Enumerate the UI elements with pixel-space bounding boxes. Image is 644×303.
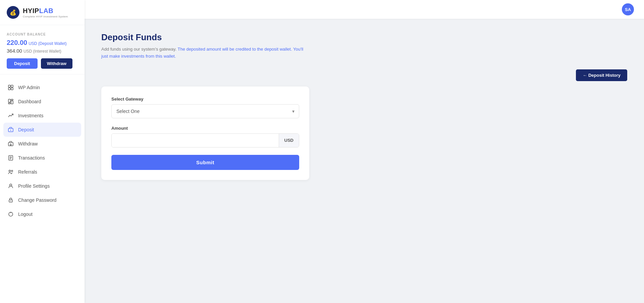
svg-rect-7: [11, 99, 13, 100]
svg-rect-5: [11, 101, 13, 104]
sidebar-item-deposit[interactable]: Deposit: [3, 123, 81, 137]
topbar: SA: [85, 0, 644, 19]
user-avatar[interactable]: SA: [622, 3, 634, 15]
gateway-form-group: Select Gateway Select One ▾: [111, 97, 299, 118]
action-buttons: Deposit Withdraw: [7, 58, 78, 69]
svg-point-21: [10, 201, 11, 201]
deposit-card: Select Gateway Select One ▾ Amount USD S…: [101, 86, 309, 180]
sidebar-label-dashboard: Dashboard: [18, 99, 41, 104]
referrals-icon: [7, 169, 14, 175]
sidebar-label-investments: Investments: [18, 113, 43, 118]
investments-icon: [7, 112, 14, 119]
wp-admin-icon: [7, 84, 14, 91]
svg-point-17: [9, 170, 11, 172]
logo-subtitle: Complete HYIP Investment System: [23, 15, 68, 18]
gateway-select-wrapper: Select One ▾: [111, 104, 299, 118]
sidebar-label-change-password: Change Password: [18, 197, 56, 203]
interest-wallet-label: USD (Interest Wallet): [23, 49, 61, 54]
withdraw-icon: [7, 140, 14, 147]
svg-rect-4: [8, 99, 10, 102]
nav-section: WP Admin Dashboard Investments Deposit W…: [0, 74, 85, 303]
amount-input[interactable]: [112, 134, 279, 147]
gateway-select[interactable]: Select One: [111, 104, 299, 118]
sidebar-label-withdraw: Withdraw: [18, 141, 38, 146]
logo-text-block: HYIPLAB Complete HYIP Investment System: [23, 7, 68, 18]
page-description-normal: Add funds using our system's gateway.: [101, 47, 177, 52]
sidebar-label-wp-admin: WP Admin: [18, 85, 40, 90]
interest-balance-row: 364.00 USD (Interest Wallet): [7, 48, 78, 54]
deposit-history-area: ← Deposit History: [101, 69, 627, 81]
svg-rect-1: [11, 85, 13, 87]
sidebar-item-referrals[interactable]: Referrals: [0, 165, 85, 179]
logo-text: HYIPLAB: [23, 7, 68, 15]
sidebar-label-transactions: Transactions: [18, 155, 45, 161]
svg-rect-2: [8, 88, 10, 90]
svg-rect-0: [8, 85, 10, 87]
change-password-icon: [7, 197, 14, 203]
logo-part1: HYIP: [23, 7, 39, 14]
logo-part2: LAB: [39, 7, 54, 14]
logout-icon: [7, 211, 14, 218]
content-area: Deposit Funds Add funds using our system…: [85, 19, 644, 303]
main-content: SA Deposit Funds Add funds using our sys…: [85, 0, 644, 303]
svg-rect-3: [11, 88, 13, 90]
deposit-history-button[interactable]: ← Deposit History: [576, 69, 627, 81]
sidebar-item-change-password[interactable]: Change Password: [0, 193, 85, 207]
account-section: ACCOUNT BALANCE 220.00 USD (Deposit Wall…: [0, 25, 85, 74]
sidebar-item-wp-admin[interactable]: WP Admin: [0, 80, 85, 95]
transactions-icon: [7, 155, 14, 161]
sidebar-label-logout: Logout: [18, 211, 33, 217]
amount-form-group: Amount USD: [111, 126, 299, 147]
submit-button[interactable]: Submit: [111, 155, 299, 170]
currency-label: USD: [279, 134, 299, 147]
deposit-button[interactable]: Deposit: [7, 58, 38, 69]
amount-wrapper: USD: [111, 133, 299, 147]
sidebar-item-investments[interactable]: Investments: [0, 109, 85, 123]
svg-point-19: [10, 184, 12, 186]
sidebar-item-profile-settings[interactable]: Profile Settings: [0, 179, 85, 193]
withdraw-button[interactable]: Withdraw: [41, 58, 72, 69]
logo-area: 💰 HYIPLAB Complete HYIP Investment Syste…: [0, 0, 85, 25]
sidebar-label-profile-settings: Profile Settings: [18, 183, 50, 189]
svg-point-10: [10, 130, 11, 131]
page-description: Add funds using our system's gateway. Th…: [101, 46, 309, 60]
sidebar-item-dashboard[interactable]: Dashboard: [0, 95, 85, 109]
sidebar: 💰 HYIPLAB Complete HYIP Investment Syste…: [0, 0, 85, 303]
dashboard-icon: [7, 98, 14, 105]
page-title: Deposit Funds: [101, 32, 627, 43]
deposit-icon: [7, 126, 14, 133]
gateway-label: Select Gateway: [111, 97, 299, 102]
svg-rect-6: [8, 103, 10, 104]
interest-balance-value: 364.00: [7, 48, 22, 54]
deposit-balance-row: 220.00 USD (Deposit Wallet): [7, 39, 78, 47]
sidebar-label-deposit: Deposit: [18, 127, 34, 132]
logo-icon: 💰: [7, 6, 19, 19]
sidebar-label-referrals: Referrals: [18, 169, 37, 175]
deposit-balance-value: 220.00: [7, 39, 27, 47]
svg-point-18: [11, 170, 13, 172]
sidebar-item-logout[interactable]: Logout: [0, 207, 85, 221]
amount-label: Amount: [111, 126, 299, 131]
sidebar-item-transactions[interactable]: Transactions: [0, 151, 85, 165]
deposit-wallet-label: USD (Deposit Wallet): [29, 41, 67, 46]
account-balance-label: ACCOUNT BALANCE: [7, 33, 78, 36]
sidebar-item-withdraw[interactable]: Withdraw: [0, 137, 85, 151]
profile-settings-icon: [7, 183, 14, 189]
